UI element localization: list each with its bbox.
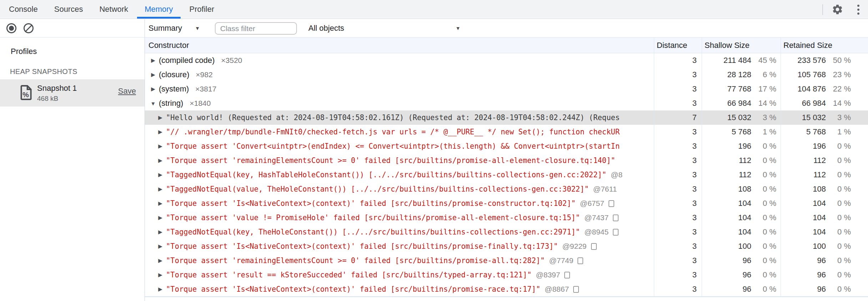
column-header-shallow-size[interactable]: Shallow Size xyxy=(702,38,781,53)
retained-size-value: 112 xyxy=(781,170,826,179)
perspective-select[interactable]: Summary ▼ xyxy=(148,19,200,37)
string-value: "Torque assert 'value != PromiseHole' fa… xyxy=(166,213,580,222)
tab-memory[interactable]: Memory xyxy=(136,0,181,19)
string-value: "Torque assert 'Convert<uintptr>(endInde… xyxy=(166,142,620,150)
shallow-size-cell: 960 % xyxy=(702,282,781,296)
triangle-collapsed-icon[interactable]: ▶ xyxy=(150,71,157,78)
class-filter-input[interactable] xyxy=(215,22,297,35)
retained-size-cell: 1040 % xyxy=(781,196,868,211)
triangle-collapsed-icon[interactable]: ▶ xyxy=(157,272,164,278)
inspect-box-icon[interactable] xyxy=(609,200,614,207)
column-header-distance[interactable]: Distance xyxy=(654,38,702,53)
column-header-constructor[interactable]: Constructor xyxy=(145,38,654,53)
tab-console[interactable]: Console xyxy=(1,0,46,19)
triangle-collapsed-icon[interactable]: ▶ xyxy=(157,186,164,192)
object-scope-select[interactable]: All objects ▼ xyxy=(308,19,460,37)
triangle-collapsed-icon[interactable]: ▶ xyxy=(157,200,164,207)
triangle-expanded-icon[interactable]: ▼ xyxy=(150,100,157,107)
shallow-size-cell: 1960 % xyxy=(702,139,781,153)
string-instance-row[interactable]: ▶"Hello world! (Requested at: 2024-08-19… xyxy=(145,110,868,125)
more-options-kebab-icon[interactable] xyxy=(854,3,862,16)
distance-cell: 3 xyxy=(654,53,702,68)
string-instance-row[interactable]: ▶"TaggedNotEqual(value, TheHoleConstant(… xyxy=(145,182,868,196)
shallow-size-cell: 1000 % xyxy=(702,239,781,253)
shallow-size-value: 96 xyxy=(702,256,751,265)
inspect-box-icon[interactable] xyxy=(577,257,583,264)
grid-bottom-divider xyxy=(145,296,868,297)
shallow-size-cell: 1120 % xyxy=(702,168,781,182)
triangle-collapsed-icon[interactable]: ▶ xyxy=(157,229,164,235)
tab-sources[interactable]: Sources xyxy=(46,0,91,19)
shallow-size-percent: 1 % xyxy=(751,127,776,137)
string-instance-row[interactable]: ▶"// .wrangler/tmp/bundle-FmNIt0/checked… xyxy=(145,125,868,139)
constructor-cell: ▶"TaggedNotEqual(key, HashTableHoleConst… xyxy=(145,168,654,182)
shallow-size-percent: 0 % xyxy=(751,270,776,280)
record-heap-snapshot-icon[interactable] xyxy=(6,23,16,33)
string-value: "TaggedNotEqual(value, TheHoleConstant()… xyxy=(166,185,589,193)
string-instance-row[interactable]: ▶"Torque assert 'Convert<uintptr>(endInd… xyxy=(145,139,868,153)
tab-profiler[interactable]: Profiler xyxy=(181,0,223,19)
object-id: @7611 xyxy=(593,185,617,193)
clear-profiles-icon[interactable] xyxy=(24,23,34,33)
constructor-name: (system) xyxy=(159,84,189,94)
column-header-retained-size[interactable]: Retained Size xyxy=(781,38,868,53)
object-id: @7437 xyxy=(584,213,609,222)
constructor-cell: ▶"Torque assert 'value != PromiseHole' f… xyxy=(145,211,654,225)
triangle-collapsed-icon[interactable]: ▶ xyxy=(150,86,157,92)
triangle-collapsed-icon[interactable]: ▶ xyxy=(157,129,164,135)
shallow-size-value: 66 984 xyxy=(702,99,751,108)
string-instance-row[interactable]: ▶"TaggedNotEqual(key, HashTableHoleConst… xyxy=(145,168,868,182)
shallow-size-value: 108 xyxy=(702,184,751,194)
inspect-box-icon[interactable] xyxy=(613,214,619,221)
string-instance-row[interactable]: ▶"Torque assert 'value != PromiseHole' f… xyxy=(145,211,868,225)
constructor-group-row[interactable]: ▶(compiled code)×35203211 48445 %233 576… xyxy=(145,53,868,68)
save-snapshot-link[interactable]: Save xyxy=(118,87,136,96)
retained-size-value: 108 xyxy=(781,184,826,194)
inspect-box-icon[interactable] xyxy=(564,272,570,278)
shallow-size-value: 104 xyxy=(702,227,751,237)
shallow-size-value: 28 128 xyxy=(702,70,751,79)
shallow-size-cell: 28 1286 % xyxy=(702,68,781,82)
settings-gear-icon[interactable] xyxy=(831,3,844,16)
constructor-group-row[interactable]: ▶(closure)×982328 1286 %105 76823 % xyxy=(145,68,868,82)
shallow-size-cell: 5 7681 % xyxy=(702,125,781,139)
shallow-size-value: 112 xyxy=(702,170,751,179)
inspect-box-icon[interactable] xyxy=(573,286,579,293)
string-instance-row[interactable]: ▶"Torque assert 'Is<NativeContext>(conte… xyxy=(145,282,868,296)
shallow-size-value: 96 xyxy=(702,270,751,280)
triangle-collapsed-icon[interactable]: ▶ xyxy=(157,286,164,292)
triangle-collapsed-icon[interactable]: ▶ xyxy=(157,172,164,178)
object-id: @8867 xyxy=(545,285,569,293)
string-instance-row[interactable]: ▶"Torque assert 'Is<NativeContext>(conte… xyxy=(145,239,868,253)
string-instance-row[interactable]: ▶"TaggedNotEqual(key, TheHoleConstant())… xyxy=(145,225,868,239)
shallow-size-percent: 0 % xyxy=(751,156,776,165)
constructor-group-row[interactable]: ▼(string)×1840366 98414 %66 98414 % xyxy=(145,96,868,110)
string-value: "Torque assert 'Is<NativeContext>(contex… xyxy=(166,199,576,208)
grid-header-row: Constructor Distance Shallow Size Retain… xyxy=(145,38,868,53)
retained-size-percent: 0 % xyxy=(826,256,851,265)
shallow-size-value: 96 xyxy=(702,285,751,294)
tab-network[interactable]: Network xyxy=(91,0,136,19)
inspect-box-icon[interactable] xyxy=(613,229,619,236)
string-instance-row[interactable]: ▶"Torque assert 'remainingElementsCount … xyxy=(145,153,868,168)
constructor-name: (compiled code) xyxy=(159,56,215,65)
constructor-group-row[interactable]: ▶(system)×3817377 76817 %104 87622 % xyxy=(145,82,868,96)
triangle-collapsed-icon[interactable]: ▶ xyxy=(150,57,157,64)
triangle-collapsed-icon[interactable]: ▶ xyxy=(157,257,164,264)
string-value: "TaggedNotEqual(key, HashTableHoleConsta… xyxy=(166,171,606,179)
string-instance-row[interactable]: ▶"Torque assert 'Is<NativeContext>(conte… xyxy=(145,196,868,211)
triangle-collapsed-icon[interactable]: ▶ xyxy=(157,157,164,164)
inspect-box-icon[interactable] xyxy=(591,243,597,250)
triangle-collapsed-icon[interactable]: ▶ xyxy=(157,243,164,250)
perspective-select-label: Summary xyxy=(148,24,182,33)
triangle-collapsed-icon[interactable]: ▶ xyxy=(157,114,164,121)
string-instance-row[interactable]: ▶"Torque assert 'result == kStoreSuccede… xyxy=(145,268,868,282)
triangle-collapsed-icon[interactable]: ▶ xyxy=(157,143,164,149)
triangle-collapsed-icon[interactable]: ▶ xyxy=(157,214,164,221)
constructor-cell: ▶"// .wrangler/tmp/bundle-FmNIt0/checked… xyxy=(145,125,654,139)
shallow-size-cell: 1040 % xyxy=(702,211,781,225)
string-instance-row[interactable]: ▶"Torque assert 'remainingElementsCount … xyxy=(145,253,868,268)
retained-size-value: 104 xyxy=(781,227,826,237)
retained-size-percent: 0 % xyxy=(826,184,851,194)
sidebar-item-snapshot-1[interactable]: % Snapshot 1 468 kB Save xyxy=(0,79,145,107)
